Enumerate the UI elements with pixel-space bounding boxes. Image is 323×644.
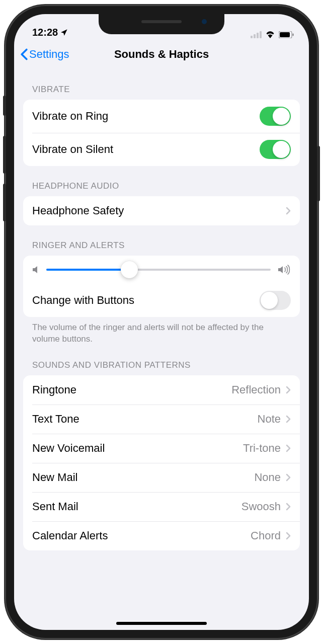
back-label: Settings <box>29 48 69 61</box>
switch-vibrate-on-ring[interactable] <box>260 107 291 126</box>
slider-thumb[interactable] <box>121 261 138 278</box>
row-detail: Tri-tone <box>243 442 281 455</box>
chevron-right-icon <box>286 207 291 215</box>
row-change-with-buttons: Change with Buttons <box>23 284 300 317</box>
chevron-right-icon <box>286 444 291 452</box>
wifi-icon <box>265 31 275 38</box>
row-new-voicemail[interactable]: New Voicemail Tri-tone <box>23 434 300 463</box>
row-vibrate-on-ring: Vibrate on Ring <box>23 100 300 133</box>
screen: 12:28 <box>14 14 309 630</box>
switch-change-with-buttons[interactable] <box>260 291 291 310</box>
nav-bar: Settings Sounds & Haptics <box>14 39 309 69</box>
section-header-ringer: RINGER AND ALERTS <box>23 225 300 256</box>
row-calendar-alerts[interactable]: Calendar Alerts Chord <box>23 521 300 550</box>
section-header-vibrate: VIBRATE <box>23 69 300 100</box>
page-title: Sounds & Haptics <box>114 48 209 61</box>
row-ringtone[interactable]: Ringtone Reflection <box>23 375 300 405</box>
chevron-right-icon <box>286 473 291 481</box>
svg-rect-6 <box>293 33 294 36</box>
content[interactable]: VIBRATE Vibrate on Ring Vibrate on Silen… <box>14 69 309 630</box>
status-bar: 12:28 <box>14 14 309 39</box>
group-patterns: Ringtone Reflection Text Tone Note New V… <box>23 375 300 550</box>
svg-rect-2 <box>257 33 259 38</box>
phone-frame: 12:28 <box>5 5 318 639</box>
section-header-headphone: HEADPHONE AUDIO <box>23 166 300 196</box>
row-headphone-safety[interactable]: Headphone Safety <box>23 196 300 225</box>
row-text-tone[interactable]: Text Tone Note <box>23 405 300 434</box>
row-label: Calendar Alerts <box>32 529 108 542</box>
status-time: 12:28 <box>32 27 58 38</box>
volume-low-icon <box>32 265 39 274</box>
chevron-right-icon <box>286 503 291 511</box>
volume-high-icon <box>278 265 291 275</box>
row-label: Change with Buttons <box>32 294 134 307</box>
row-label: Ringtone <box>32 383 76 396</box>
chevron-right-icon <box>286 415 291 423</box>
slider-fill <box>46 269 129 271</box>
row-label: Vibrate on Ring <box>32 110 108 123</box>
signal-icon <box>251 31 262 38</box>
location-icon <box>60 29 68 37</box>
row-detail: Note <box>258 413 281 426</box>
chevron-right-icon <box>286 532 291 540</box>
row-label: Headphone Safety <box>32 204 124 217</box>
battery-icon <box>279 31 294 38</box>
row-new-mail[interactable]: New Mail None <box>23 463 300 492</box>
group-vibrate: Vibrate on Ring Vibrate on Silent <box>23 100 300 166</box>
row-detail: Reflection <box>231 383 281 396</box>
volume-slider[interactable] <box>46 269 271 271</box>
row-label: Text Tone <box>32 413 79 426</box>
svg-rect-1 <box>254 34 256 38</box>
row-detail: None <box>254 471 281 484</box>
row-volume-slider <box>23 256 300 284</box>
svg-rect-0 <box>251 36 253 38</box>
section-header-patterns: SOUNDS AND VIBRATION PATTERNS <box>23 345 300 375</box>
row-sent-mail[interactable]: Sent Mail Swoosh <box>23 492 300 521</box>
back-button[interactable]: Settings <box>20 48 69 61</box>
row-detail: Swoosh <box>241 500 281 513</box>
switch-vibrate-on-silent[interactable] <box>260 140 291 159</box>
row-label: Vibrate on Silent <box>32 143 113 156</box>
home-indicator[interactable] <box>116 622 207 625</box>
section-footer-ringer: The volume of the ringer and alerts will… <box>23 317 300 345</box>
group-ringer: Change with Buttons <box>23 256 300 317</box>
chevron-left-icon <box>20 48 28 60</box>
row-label: New Voicemail <box>32 442 105 455</box>
row-detail: Chord <box>251 529 281 542</box>
row-label: New Mail <box>32 471 77 484</box>
svg-rect-3 <box>260 31 262 38</box>
row-label: Sent Mail <box>32 500 78 513</box>
chevron-right-icon <box>286 386 291 394</box>
group-headphone: Headphone Safety <box>23 196 300 225</box>
svg-rect-5 <box>280 32 290 37</box>
row-vibrate-on-silent: Vibrate on Silent <box>23 133 300 166</box>
